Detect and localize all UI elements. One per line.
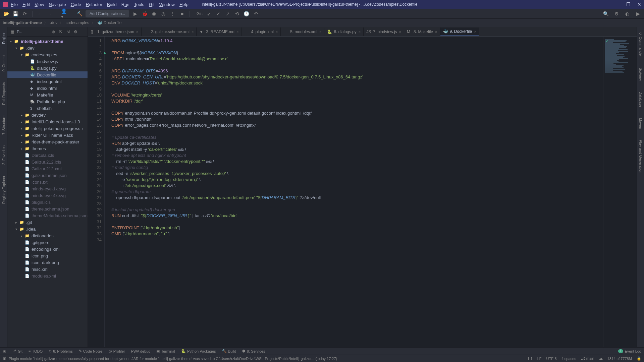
menu-tools[interactable]: Tools	[134, 2, 144, 7]
editor-tab[interactable]: {}1. galizur.theme.json×	[88, 27, 142, 36]
search-icon[interactable]: 🔍	[602, 10, 609, 17]
status-cloud-icon[interactable]: ☁	[599, 356, 603, 361]
attach-icon[interactable]: ⋮	[169, 10, 176, 17]
tree-item[interactable]: 📄Galizur.212.xml	[7, 165, 88, 172]
menu-window[interactable]: Window	[159, 2, 175, 7]
line-gutter[interactable]: 1234567891011121314151617181920212223242…	[88, 37, 105, 347]
back-icon[interactable]: ←	[37, 10, 43, 17]
tree-item[interactable]: 🐳Dockerfile	[7, 71, 88, 78]
tree-item[interactable]: 📄theme.schema.json	[7, 205, 88, 212]
editor-tab[interactable]: 🐍6. dialogs.py×	[324, 27, 364, 36]
crumb-file[interactable]: 🐳 Dockerfile	[97, 20, 121, 25]
select-opened-icon[interactable]: ⊕	[51, 29, 56, 35]
close-button[interactable]: ✕	[637, 2, 641, 7]
editor-tab[interactable]: ▼3. README.md×	[197, 27, 241, 36]
git-push-icon[interactable]: ↗	[224, 10, 231, 17]
tool-build[interactable]: 🔨 Build	[222, 349, 236, 353]
tree-item[interactable]: 🐍dialogs.py	[7, 65, 88, 71]
tool-pwa-debug[interactable]: PWA debug	[131, 349, 151, 353]
stop-icon[interactable]: ■	[179, 10, 185, 17]
right-tab-commander[interactable]: 0: Commander	[638, 30, 643, 60]
tool-git[interactable]: ⎇ Git	[12, 349, 22, 353]
sync-icon[interactable]: ⟳	[21, 10, 28, 17]
status-indent[interactable]: 4 spaces	[561, 357, 576, 361]
menu-build[interactable]: Build	[107, 2, 117, 7]
menu-edit[interactable]: Edit	[22, 2, 30, 7]
menu-code[interactable]: Code	[71, 2, 81, 7]
editor-tab[interactable]: 🐳9. Dockerfile×	[440, 27, 479, 36]
profile-icon[interactable]: ◷	[160, 10, 167, 17]
tool-todo[interactable]: ≡ TODO	[29, 349, 43, 353]
tab-close-icon[interactable]: ×	[276, 30, 278, 34]
project-tree[interactable]: ▾📁intellij-galizur-theme▾📁.dev▾📁codesamp…	[7, 37, 88, 347]
code-editor[interactable]: ARG NGINX_VERSION=1.19.4 FROM nginx:${NG…	[105, 37, 603, 347]
expand-all-icon[interactable]: ⇱	[58, 29, 63, 35]
right-tab-sciview[interactable]: SciView	[638, 65, 643, 83]
status-memory[interactable]: 1314 of 7778M	[607, 357, 632, 361]
forward-icon[interactable]: →	[46, 10, 53, 17]
menu-navigate[interactable]: Navigate	[49, 2, 66, 7]
tree-item[interactable]: ▸📁.git	[7, 219, 88, 226]
status-encoding[interactable]: UTF-8	[546, 357, 557, 361]
tree-item[interactable]: 📄themeMetadata.schema.json	[7, 212, 88, 219]
left-tab-project[interactable]: Project	[1, 30, 6, 47]
save-icon[interactable]: 💾	[12, 10, 19, 17]
tree-item[interactable]: 📄Galizur.212.icls	[7, 159, 88, 165]
editor-tab[interactable]: M8. Makefile×	[404, 27, 440, 36]
maximize-button[interactable]: ❐	[626, 2, 631, 7]
git-history-icon[interactable]: ⟲	[234, 10, 240, 17]
tool-python-packages[interactable]: 🐍 Python Packages	[181, 349, 216, 353]
tool-terminal[interactable]: ▣ Terminal	[156, 349, 175, 353]
git-rollback-icon[interactable]: ↶	[253, 10, 259, 17]
open-icon[interactable]: 📂	[3, 10, 9, 17]
tab-close-icon[interactable]: ×	[359, 30, 361, 34]
right-tab-database[interactable]: Database	[638, 89, 643, 110]
tree-item[interactable]: ▸📁rider-theme-pack-master	[7, 138, 88, 145]
editor-tab[interactable]: 4. plugin.xml×	[241, 27, 281, 36]
tool-profiler[interactable]: ◷ Profiler	[109, 349, 125, 353]
tree-item[interactable]: 📄minds-eye-1x.svg	[7, 185, 88, 192]
menu-view[interactable]: View	[35, 2, 44, 7]
crumb-dev[interactable]: .dev	[50, 20, 58, 25]
left-tab-pull-requests[interactable]: Pull Requests	[1, 79, 6, 108]
tree-item[interactable]: 📄icon.png	[7, 252, 88, 259]
tree-item[interactable]: 📄encodings.xml	[7, 246, 88, 252]
coverage-icon[interactable]: ◉	[151, 10, 157, 17]
tree-item[interactable]: 📄.gitignore	[7, 239, 88, 246]
tab-close-icon[interactable]: ×	[136, 30, 138, 34]
tool-problems[interactable]: ⊘ 6: Problems	[49, 349, 73, 353]
tree-item[interactable]: 📄galizur.theme.json	[7, 172, 88, 179]
project-view-icon[interactable]: ▦	[9, 29, 15, 35]
settings-cog-icon[interactable]: ⚙	[73, 29, 78, 35]
left-tab-favorites[interactable]: 2: Favorites	[1, 143, 6, 167]
hammer-icon[interactable]: 🔨	[76, 10, 83, 17]
hide-panel-icon[interactable]: —	[80, 29, 86, 35]
tree-item[interactable]: 📄misc.xml	[7, 266, 88, 273]
tree-item[interactable]: ▸📁intellij-pokemon-progress-r	[7, 125, 88, 132]
collapse-all-icon[interactable]: ⇲	[65, 29, 71, 35]
menu-file[interactable]: File	[11, 2, 18, 7]
left-tab-commit[interactable]: 0: Commit	[1, 52, 6, 74]
project-title[interactable]: P...	[17, 29, 49, 34]
tree-item[interactable]: 📄icon_dark.png	[7, 259, 88, 266]
status-position[interactable]: 1:1	[527, 357, 532, 361]
tree-item[interactable]: ▾📁.dev	[7, 45, 88, 51]
tree-item[interactable]: ▸📁themes	[7, 145, 88, 152]
tree-item[interactable]: ▸📁dictionaries	[7, 232, 88, 239]
right-tab-maven[interactable]: Maven	[638, 115, 643, 132]
tree-item[interactable]: MMakefile	[7, 92, 88, 98]
tree-item[interactable]: $shell.sh	[7, 105, 88, 112]
menu-run[interactable]: Run	[121, 2, 129, 7]
tool-windows-icon[interactable]: ▣	[3, 349, 6, 353]
user-icon[interactable]: 👤▾	[61, 10, 68, 17]
avatar-icon[interactable]: ◐	[624, 10, 631, 17]
right-tab-play[interactable]: Play and Generation	[638, 137, 643, 176]
tree-item[interactable]: 📄icons.txt	[7, 179, 88, 185]
editor-tab[interactable]: 5. modules.xml×	[281, 27, 324, 36]
menu-refactor[interactable]: Refactor	[86, 2, 102, 7]
tree-item[interactable]: 📄Darcula.icls	[7, 152, 88, 159]
tool-services[interactable]: ⬢ 8: Services	[242, 349, 265, 353]
tree-item[interactable]: ▸📁IntelliJ-Colored-Icons-1.3	[7, 118, 88, 125]
crumb-root[interactable]: intellij-galizur-theme	[3, 20, 42, 25]
git-commit-icon[interactable]: ✓	[215, 10, 222, 17]
